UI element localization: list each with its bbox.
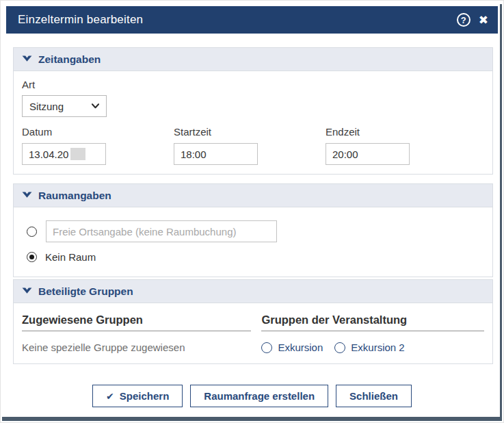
group-option-exkursion[interactable]: Exkursion <box>261 342 323 353</box>
section-beteiligte-gruppen: Beteiligte Gruppen Zugewiesene Gruppen K… <box>13 279 493 364</box>
course-groups-header: Gruppen der Veranstaltung <box>261 313 484 331</box>
datum-value: 13.04.20 <box>29 149 68 160</box>
chevron-down-icon <box>22 287 32 296</box>
group-radio[interactable] <box>334 342 345 353</box>
startzeit-label: Startzeit <box>174 126 326 138</box>
dialog-footer: ✔ Speichern Raumanfrage erstellen Schlie… <box>1 385 503 407</box>
chevron-down-icon <box>92 103 99 109</box>
group-option-exkursion-2[interactable]: Exkursion 2 <box>334 342 404 353</box>
section-title: Raumangaben <box>38 190 111 202</box>
dialog-title: Einzeltermin bearbeiten <box>18 13 457 27</box>
kein-raum-label: Kein Raum <box>45 251 96 263</box>
section-raumangaben: Raumangaben Kein Raum <box>13 183 493 277</box>
free-place-input[interactable] <box>46 220 277 242</box>
redaction-box <box>70 148 85 160</box>
endzeit-label: Endzeit <box>326 126 477 138</box>
startzeit-field-group: Startzeit <box>174 126 326 165</box>
dialog-titlebar: Einzeltermin bearbeiten ? ✖ <box>6 6 498 34</box>
kein-raum-radio[interactable] <box>27 252 37 262</box>
assigned-groups-empty-text: Keine spezielle Gruppe zugewiesen <box>22 331 251 353</box>
save-button[interactable]: ✔ Speichern <box>92 385 183 407</box>
help-icon[interactable]: ? <box>457 13 470 27</box>
section-zeitangaben-body: Art Sitzung Datum 13.04.20 St <box>14 71 492 174</box>
datum-input[interactable]: 13.04.20 <box>22 143 106 165</box>
section-gruppen-header[interactable]: Beteiligte Gruppen <box>14 280 492 303</box>
endzeit-input[interactable] <box>326 143 410 165</box>
save-button-label: Speichern <box>120 390 170 402</box>
group-radio[interactable] <box>261 342 272 353</box>
dialog-window: Einzeltermin bearbeiten ? ✖ Zeitangaben … <box>0 0 504 423</box>
close-icon[interactable]: ✖ <box>479 14 488 26</box>
room-request-button[interactable]: Raumanfrage erstellen <box>190 385 328 407</box>
section-title: Beteiligte Gruppen <box>38 285 133 298</box>
art-select[interactable]: Sitzung <box>22 95 107 117</box>
titlebar-icons: ? ✖ <box>457 13 488 27</box>
section-raumangaben-body: Kein Raum <box>14 207 492 277</box>
section-zeitangaben: Zeitangaben Art Sitzung Datum 13.04.20 <box>13 47 493 175</box>
chevron-down-icon <box>22 192 32 200</box>
startzeit-input[interactable] <box>174 143 258 165</box>
datum-label: Datum <box>22 126 174 138</box>
group-radio-label: Exkursion <box>278 342 323 353</box>
section-zeitangaben-header[interactable]: Zeitangaben <box>14 48 492 71</box>
art-select-value: Sitzung <box>29 101 64 112</box>
art-label: Art <box>22 79 484 90</box>
section-raumangaben-header[interactable]: Raumangaben <box>14 184 492 207</box>
section-title: Zeitangaben <box>38 53 101 66</box>
assigned-groups-column: Zugewiesene Gruppen Keine spezielle Grup… <box>22 313 251 353</box>
room-request-label: Raumanfrage erstellen <box>204 390 315 402</box>
free-place-radio[interactable] <box>27 227 37 237</box>
checkmark-icon: ✔ <box>106 391 114 402</box>
course-groups-column: Gruppen der Veranstaltung Exkursion Exku… <box>261 313 484 353</box>
assigned-groups-header: Zugewiesene Gruppen <box>22 313 251 331</box>
section-gruppen-body: Zugewiesene Gruppen Keine spezielle Grup… <box>14 303 492 363</box>
window-edge-bottom <box>2 417 502 421</box>
close-button-label: Schließen <box>349 390 398 402</box>
chevron-down-icon <box>22 55 32 64</box>
endzeit-field-group: Endzeit <box>326 126 477 165</box>
close-button[interactable]: Schließen <box>336 385 412 407</box>
group-radio-label: Exkursion 2 <box>351 342 404 353</box>
datum-field-group: Datum 13.04.20 <box>22 126 174 165</box>
window-edge-right <box>500 4 502 418</box>
